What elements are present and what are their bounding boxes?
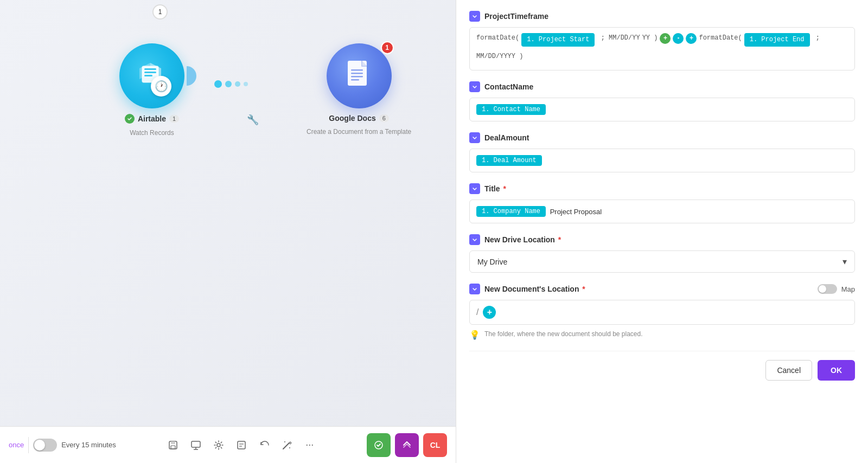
formula-mmddyyyy: MM/DD/YYYY ) (476, 52, 523, 62)
airtable-status-icon (125, 114, 135, 124)
svg-rect-8 (351, 69, 363, 71)
token-deal-amount[interactable]: 1. Deal Amount (476, 155, 542, 166)
field-select-drivelocation[interactable]: My Drive ▾ (469, 250, 855, 273)
token-contact-name[interactable]: 1. Contact Name (476, 104, 546, 115)
svg-line-22 (283, 443, 289, 449)
formula-formatdate1-open: formatDate( (476, 33, 519, 43)
schedule-once-text: once (9, 441, 24, 449)
field-section-title: Title * 1. Company Name Project Proposal (469, 183, 855, 223)
more-icon[interactable]: ··· (304, 439, 316, 451)
drive-location-value: My Drive (477, 258, 507, 266)
field-input-dealamount[interactable]: 1. Deal Amount (469, 149, 855, 172)
schedule-label: Every 15 minutes (61, 441, 116, 449)
canvas-area: 1 🕐 (0, 0, 456, 463)
doc-location-input[interactable]: / + (469, 300, 855, 325)
bottom-toolbar: once Every 15 minutes (0, 426, 456, 463)
collapse-btn-contactname[interactable] (469, 81, 480, 92)
formula-formatdate2-open: formatDate( (699, 33, 742, 43)
airtable-sublabel: Watch Records (130, 129, 174, 137)
title-suffix-text: Project Proposal (548, 208, 602, 216)
field-label-projecttimeframe: ProjectTimeframe (484, 12, 548, 21)
token-company-name[interactable]: 1. Company Name (476, 206, 546, 217)
lightbulb-icon: 💡 (469, 330, 480, 340)
red-action-btn[interactable]: CL (423, 433, 447, 457)
field-section-contactname: ContactName 1. Contact Name (469, 81, 855, 121)
collapse-btn-doclocation[interactable] (469, 284, 480, 294)
field-label-doclocation: New Document's Location * (484, 285, 585, 293)
field-header-contactname: ContactName (469, 81, 855, 92)
purple-action-btn[interactable] (395, 433, 419, 457)
field-section-dealamount: DealAmount 1. Deal Amount (469, 132, 855, 172)
note-icon[interactable] (235, 439, 247, 451)
field-header-title: Title * (469, 183, 855, 194)
op-minus[interactable]: - (673, 33, 684, 44)
magic-icon[interactable] (281, 439, 293, 451)
cancel-button[interactable]: Cancel (765, 360, 812, 381)
op-plus2[interactable]: + (686, 33, 697, 44)
toolbar-divider (28, 437, 29, 453)
map-toggle[interactable] (818, 284, 837, 294)
gdocs-node[interactable]: 1 (327, 43, 392, 108)
map-label: Map (841, 285, 855, 293)
svg-rect-13 (171, 441, 175, 444)
slash-icon: / (476, 307, 478, 317)
svg-rect-5 (144, 72, 156, 73)
field-label-drivelocation: New Drive Location * (484, 235, 561, 244)
ok-button[interactable]: OK (818, 360, 855, 381)
formula-separator1: ; MM/DD/YY (597, 33, 640, 43)
field-section-projecttimeframe: ProjectTimeframe formatDate( 1. Project … (469, 11, 855, 70)
collapse-btn-drivelocation[interactable] (469, 234, 480, 245)
gdocs-label: Google Docs (329, 114, 375, 123)
node1-number-badge: 1 (152, 4, 168, 20)
field-input-projecttimeframe[interactable]: formatDate( 1. Project Start ; MM/DD/YY … (469, 27, 855, 70)
map-toggle-row: Map (818, 284, 855, 294)
op-plus1[interactable]: + (660, 33, 671, 44)
token-project-end[interactable]: 1. Project End (744, 33, 810, 47)
doc-location-header-row: New Document's Location * Map (469, 284, 855, 294)
token-project-start[interactable]: 1. Project Start (521, 33, 595, 47)
wrench-icon: 🔧 (247, 114, 259, 126)
connector (214, 80, 248, 88)
gear-icon[interactable] (213, 439, 225, 451)
right-panel: ProjectTimeframe formatDate( 1. Project … (456, 0, 868, 463)
collapse-btn-dealamount[interactable] (469, 132, 480, 143)
collapse-btn-projecttimeframe[interactable] (469, 11, 480, 22)
chevron-down-icon: ▾ (843, 256, 847, 267)
gdocs-sublabel: Create a Document from a Template (307, 128, 411, 136)
monitor-icon[interactable] (190, 439, 202, 451)
undo-icon[interactable] (258, 439, 270, 451)
hint-row: 💡 The folder, where the new document sho… (469, 329, 855, 340)
schedule-toggle[interactable] (33, 439, 57, 452)
field-label-contactname: ContactName (484, 82, 533, 91)
field-section-drivelocation: New Drive Location * My Drive ▾ (469, 234, 855, 273)
collapse-btn-title[interactable] (469, 183, 480, 194)
field-header-drivelocation: New Drive Location * (469, 234, 855, 245)
formula-separator2: ; (812, 33, 820, 43)
gdocs-badge: 1 (381, 41, 394, 54)
field-input-contactname[interactable]: 1. Contact Name (469, 98, 855, 121)
save-icon[interactable] (167, 439, 179, 451)
panel-footer: Cancel OK (469, 351, 855, 381)
clock-badge: 🕐 (151, 76, 171, 97)
svg-rect-14 (171, 446, 175, 449)
svg-rect-10 (351, 76, 363, 78)
field-section-doclocation: New Document's Location * Map / + 💡 The … (469, 284, 855, 340)
add-path-button[interactable]: + (483, 306, 496, 319)
field-input-title[interactable]: 1. Company Name Project Proposal (469, 200, 855, 223)
svg-point-24 (289, 447, 290, 448)
side-arrow (187, 66, 196, 86)
svg-rect-19 (238, 441, 245, 449)
svg-rect-6 (144, 75, 152, 76)
field-label-title: Title * (484, 184, 506, 193)
gdocs-icon (345, 60, 373, 92)
svg-rect-4 (144, 68, 156, 70)
svg-rect-11 (351, 79, 359, 81)
airtable-label: Airtable (138, 114, 166, 123)
field-header-dealamount: DealAmount (469, 132, 855, 143)
airtable-count: 1 (169, 115, 179, 123)
svg-point-18 (217, 443, 220, 447)
hint-text: The folder, where the new document shoul… (484, 329, 643, 339)
green-action-btn[interactable] (367, 433, 391, 457)
field-header-doclocation: New Document's Location * (469, 284, 585, 294)
airtable-node[interactable]: 🕐 (119, 43, 184, 108)
